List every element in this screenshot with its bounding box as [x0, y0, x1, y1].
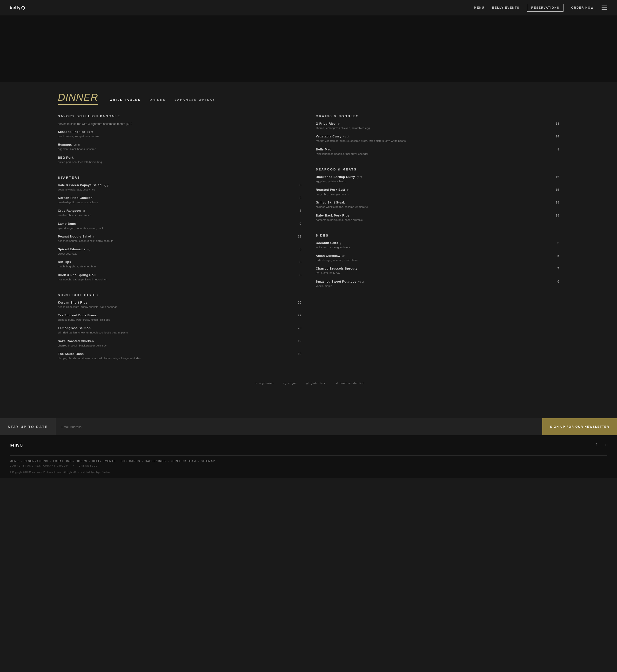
- item-header: Smashed Sweet Potatoes vg gf 6: [316, 280, 559, 283]
- list-item: BBQ Pork pulled pork shoulder with hoisi…: [58, 156, 301, 164]
- item-header: Rib Tips 8: [58, 260, 301, 264]
- category-title: STARTERS: [58, 176, 301, 179]
- item-name: Korean Short Ribs: [58, 301, 87, 304]
- tab-grill-tables[interactable]: GRILL TABLES: [110, 98, 141, 102]
- footer-sub-link-urbanbelly[interactable]: URBANBELLY: [78, 464, 99, 467]
- category-sides: SIDES Coconut Grits gf 6 white corn, asi…: [316, 234, 559, 288]
- list-item: Q Fried Rice sf 13 shrimp, lemongrass ch…: [316, 122, 559, 130]
- item-name: Peanut Noodle Salad sf: [58, 234, 95, 238]
- list-item: Korean Short Ribs 26 perilla chimichurri…: [58, 301, 301, 309]
- category-title: SIDES: [316, 234, 559, 237]
- nav-belly-events[interactable]: BELLY EVENTS: [492, 6, 520, 9]
- list-item: Duck & Pho Spring Roll 8 rice noodle, ca…: [58, 273, 301, 282]
- list-item: The Sauce Boss 19 rib tips, bbq shrimp s…: [58, 352, 301, 360]
- item-tags: vg gf: [358, 281, 364, 283]
- item-desc: poached shrimp, coconut milk, garlic pea…: [58, 239, 301, 243]
- item-name: Vegetable Curry vg gf: [316, 135, 349, 138]
- item-header: Belly Mac 8: [316, 148, 559, 151]
- footer-separator: •: [21, 460, 22, 463]
- item-desc: pulled pork shoulder with hoisin bbq: [58, 160, 301, 164]
- logo-q: Q: [21, 5, 25, 11]
- list-item: Seasonal Pickles vg gf pearl onions, tru…: [58, 130, 301, 138]
- item-price: 8: [299, 196, 301, 200]
- item-price: 20: [298, 326, 301, 330]
- item-price: 13: [556, 122, 559, 125]
- item-desc: chinese buns, watercress, kimchi, chili …: [58, 318, 301, 322]
- item-price: 19: [298, 352, 301, 356]
- footer-link-gift-cards[interactable]: GIFT CARDS: [121, 460, 140, 463]
- footer-twitter-link[interactable]: t: [601, 443, 602, 447]
- footer-separator: •: [118, 460, 119, 463]
- list-item: Lamb Buns 9 spiced yogurt, cucumber, oni…: [58, 222, 301, 230]
- item-price: 8: [299, 209, 301, 212]
- footer-link-belly-events[interactable]: BELLY EVENTS: [92, 460, 116, 463]
- list-item: Smashed Sweet Potatoes vg gf 6 vanilla-m…: [316, 280, 559, 288]
- category-savory-scallion-pancake: SAVORY SCALLION PANCAKE served in cast i…: [58, 114, 301, 164]
- nav-order-now[interactable]: ORDER NOW: [571, 6, 594, 9]
- item-tags: vg gf: [74, 144, 80, 146]
- item-header: BBQ Pork: [58, 156, 301, 159]
- item-name: Baby Back Pork Ribs: [316, 214, 350, 217]
- item-desc: jonah crab, chili lime sauce: [58, 213, 301, 217]
- tab-japanese-whisky[interactable]: JAPANESE WHISKY: [175, 98, 215, 102]
- tab-drinks[interactable]: DRINKS: [150, 98, 166, 102]
- item-name: Lemongrass Salmon: [58, 326, 90, 330]
- footer-sub-link-cornerstone[interactable]: CORNERSTONE RESTAURANT GROUP: [10, 464, 68, 467]
- menu-col-right: GRAINS & NOODLES Q Fried Rice sf 13 shri…: [316, 114, 559, 372]
- list-item: Baby Back Pork Ribs 19 homemade hoisin b…: [316, 214, 559, 222]
- item-name: BBQ Pork: [58, 156, 73, 159]
- item-price: 7: [558, 267, 559, 270]
- item-name: Roasted Pork Butt gf: [316, 188, 349, 191]
- item-header: Lemongrass Salmon 20: [58, 326, 301, 330]
- nav-links: MENU BELLY EVENTS RESERVATIONS ORDER NOW: [474, 4, 607, 12]
- item-desc: maple bbq glaze, steamed bun: [58, 265, 301, 269]
- item-header: Seasonal Pickles vg gf: [58, 130, 301, 134]
- nav-menu[interactable]: MENU: [474, 6, 484, 9]
- category-subtitle: served in cast iron with 3 signature acc…: [58, 122, 301, 126]
- logo[interactable]: bellyQ: [10, 5, 25, 11]
- list-item: Rib Tips 8 maple bbq glaze, steamed bun: [58, 260, 301, 269]
- menu-tabs: GRILL TABLES DRINKS JAPANESE WHISKY: [110, 98, 215, 102]
- nav-reservations[interactable]: RESERVATIONS: [527, 4, 564, 12]
- item-price: 26: [298, 301, 301, 304]
- item-name: The Sauce Boss: [58, 352, 83, 356]
- footer-link-reservations[interactable]: RESERVATIONS: [24, 460, 48, 463]
- footer-separator: •: [198, 460, 199, 463]
- newsletter-submit-button[interactable]: SIGN UP FOR OUR NEWSLETTER: [542, 418, 617, 435]
- item-desc: charred broccoli, black pepper belly soy: [58, 344, 301, 348]
- footer-link-sitemap[interactable]: SITEMAP: [201, 460, 215, 463]
- list-item: Asian Coleslaw gf 5 red cabbage, sesame,…: [316, 254, 559, 262]
- item-price: 5: [299, 247, 301, 251]
- footer-separator: •: [168, 460, 169, 463]
- footer-link-menu[interactable]: MENU: [10, 460, 19, 463]
- item-name: Lamb Buns: [58, 222, 76, 225]
- item-header: Crab Rangoon sf 8: [58, 209, 301, 212]
- item-header: Hummus vg gf: [58, 143, 301, 146]
- footer-link-happenings[interactable]: HAPPENINGS: [145, 460, 166, 463]
- list-item: Blackened Shrimp Curry gf sf 16 eggplant…: [316, 175, 559, 183]
- footer-separator: •: [50, 460, 51, 463]
- footer-logo[interactable]: bellyQ: [10, 443, 23, 448]
- footer-link-join-team[interactable]: JOIN OUR TEAM: [171, 460, 196, 463]
- item-price: 8: [299, 273, 301, 277]
- hamburger-icon[interactable]: [602, 6, 607, 10]
- item-desc: crushed garlic peanuts, scallions: [58, 200, 301, 204]
- list-item: Coconut Grits gf 6 white corn, asian gia…: [316, 241, 559, 249]
- legend: v vegetarian vg vegan gf gluten free sf …: [58, 382, 559, 384]
- item-name: Asian Coleslaw gf: [316, 254, 345, 258]
- item-header: Peanut Noodle Salad sf 12: [58, 234, 301, 238]
- item-name: Korean Fried Chicken: [58, 196, 92, 200]
- footer-link-locations[interactable]: LOCATIONS & HOURS: [53, 460, 87, 463]
- item-desc: stir-fried gai lan, chow fun noodles, ch…: [58, 331, 301, 335]
- item-tags: sf: [338, 123, 340, 125]
- newsletter-email-input[interactable]: [61, 425, 537, 429]
- item-price: 8: [299, 260, 301, 264]
- item-header: Roasted Pork Butt gf 15: [316, 188, 559, 191]
- footer-instagram-link[interactable]: □: [605, 443, 607, 447]
- footer-sub-separator: •: [73, 464, 74, 467]
- footer-facebook-link[interactable]: f: [596, 443, 597, 447]
- footer-copyright: © Copyright 2018 Cornerstone Restaurant …: [10, 471, 607, 474]
- list-item: Korean Fried Chicken 8 crushed garlic pe…: [58, 196, 301, 204]
- item-tags: gf: [347, 189, 349, 191]
- newsletter-label: STAY UP TO DATE: [0, 418, 56, 435]
